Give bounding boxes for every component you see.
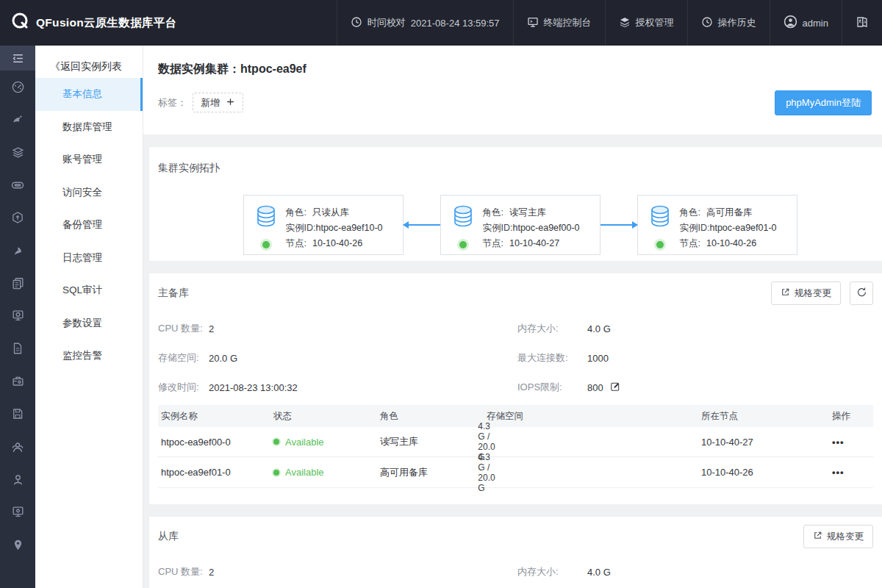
topology-title: 集群实例拓扑 [158, 162, 882, 175]
language-switch-item[interactable]: A [842, 0, 882, 46]
team-icon[interactable] [0, 431, 35, 464]
primary-section-title: 主备库 [158, 287, 189, 300]
role-value: 读写主库 [509, 207, 546, 218]
time-check-item[interactable]: 时间校对 2021-08-24 13:59:57 [337, 0, 513, 46]
layers-icon [619, 16, 631, 30]
kv-value: 4.0 G [587, 323, 611, 334]
toolbox-icon[interactable] [0, 365, 35, 398]
id-value: htpoc-ea9ef10-0 [315, 223, 382, 233]
sidebar: 《返回实例列表 基本信息 数据库管理 账号管理 访问安全 备份管理 日志管理 S… [35, 46, 143, 588]
mysql-icon[interactable] [0, 104, 35, 137]
kv-value: 2 [209, 323, 517, 334]
table-header-row: 实例名称 状态 角色 存储空间 所在节点 操作 [158, 405, 873, 427]
content-header: 数据实例集群：htpoc-ea9ef 标签： 新增 phpMyAdmin登陆 [143, 46, 882, 135]
sidebar-item-param-settings[interactable]: 参数设置 [35, 307, 143, 340]
dashboard-icon[interactable] [0, 71, 35, 104]
primary-section-card: 主备库 规格变更 CPU 数 [149, 273, 882, 504]
table-row: htpoc-ea9ef01-0 Available 高可用备库 4.3 G / … [158, 457, 873, 487]
main-content: 数据实例集群：htpoc-ea9ef 标签： 新增 phpMyAdmin登陆 集… [143, 46, 882, 588]
sidebar-item-log-manage[interactable]: 日志管理 [35, 242, 143, 275]
terminal-console-item[interactable]: 终端控制台 [513, 0, 605, 46]
cache-db-icon[interactable] [0, 169, 35, 202]
secondary-section-card: 从库 规格变更 CPU 数量: 2 内存大小: [149, 517, 882, 588]
kv-value: 2021-08-23 13:00:32 [209, 382, 517, 393]
bird-icon[interactable] [0, 234, 35, 268]
kv-value: 1000 [587, 353, 609, 364]
phpmyadmin-login-button[interactable]: phpMyAdmin登陆 [775, 90, 872, 115]
instance-node: 10-10-40-27 [701, 437, 832, 448]
role-label: 角色: [680, 207, 700, 218]
node-label: 节点: [680, 238, 700, 248]
map-pin-icon[interactable] [0, 528, 35, 562]
col-header-role: 角色 [380, 410, 487, 423]
display-icon[interactable] [0, 300, 35, 333]
qfusion-logo-icon [10, 12, 29, 34]
plus-icon [226, 97, 235, 109]
time-check-label: 时间校对 [368, 16, 406, 29]
table-row: htpoc-ea9ef00-0 Available 读写主库 4.3 G / 2… [158, 427, 873, 457]
node-label: 节点: [483, 238, 503, 248]
replication-arrow-left-icon [404, 224, 440, 226]
row-actions-icon[interactable]: ••• [832, 437, 845, 448]
page-title: 数据实例集群：htpoc-ea9ef [158, 62, 882, 77]
package-icon[interactable] [0, 201, 35, 234]
instance-name: htpoc-ea9ef00-0 [158, 437, 273, 448]
monitor-settings-icon[interactable] [0, 496, 35, 529]
add-tag-label: 新增 [201, 96, 220, 110]
sidebar-item-basic-info[interactable]: 基本信息 [35, 78, 143, 111]
node-value: 10-10-40-26 [706, 238, 756, 248]
topbar-menu: 时间校对 2021-08-24 13:59:57 终端控制台 授权管理 操作历史… [337, 0, 882, 46]
edit-iops-icon[interactable] [610, 381, 620, 394]
copy-docs-icon[interactable] [0, 267, 35, 300]
location-stand-icon[interactable] [0, 463, 35, 496]
kv-label: 内存大小: [517, 322, 587, 335]
sidebar-item-access-security[interactable]: 访问安全 [35, 176, 143, 209]
external-link-icon [813, 531, 822, 542]
refresh-button[interactable] [850, 282, 873, 305]
app-window: QFusion云原生数据库平台 时间校对 2021-08-24 13:59:57… [0, 0, 882, 588]
primary-kv-list: CPU 数量: 2 内存大小: 4.0 G 存储空间: 20.0 G 最大连接数… [158, 314, 873, 402]
replication-arrow-right-icon [600, 224, 637, 226]
role-label: 角色: [286, 207, 306, 218]
status-badge: Available [285, 437, 324, 448]
sidebar-item-database-manage[interactable]: 数据库管理 [35, 111, 143, 144]
instance-role: 高可用备库 [380, 466, 487, 479]
topology-card: 集群实例拓扑 角色:只读从库 实例ID:htpoc-ea9ef10-0 节点:1… [149, 147, 882, 261]
user-menu-item[interactable]: admin [770, 0, 842, 46]
database-icon [256, 205, 276, 230]
document-icon[interactable] [0, 332, 35, 365]
status-badge: Available [285, 467, 324, 478]
tag-row: 标签： 新增 [158, 93, 882, 112]
database-icon [650, 205, 670, 230]
sidebar-item-account-manage[interactable]: 账号管理 [35, 143, 143, 176]
sidebar-item-backup-manage[interactable]: 备份管理 [35, 209, 143, 242]
user-avatar-icon [784, 15, 797, 31]
back-to-instance-list-link[interactable]: 《返回实例列表 [35, 46, 143, 78]
kv-value: 4.0 G [587, 567, 611, 578]
id-label: 实例ID: [680, 223, 710, 233]
role-value: 高可用备库 [706, 207, 753, 218]
save-icon[interactable] [0, 398, 35, 431]
kv-value: 2 [209, 567, 517, 578]
collapse-menu-icon[interactable] [0, 46, 35, 71]
id-label: 实例ID: [286, 223, 316, 233]
spec-change-button-secondary[interactable]: 规格变更 [803, 525, 873, 548]
add-tag-button[interactable]: 新增 [193, 93, 243, 112]
node-value: 10-10-40-27 [509, 238, 559, 248]
secondary-section-title: 从库 [158, 530, 179, 543]
spec-change-button[interactable]: 规格变更 [771, 282, 841, 305]
instance-name: htpoc-ea9ef01-0 [158, 467, 273, 478]
layers-icon[interactable] [0, 136, 35, 169]
clock-icon [351, 16, 362, 30]
status-dot [273, 470, 279, 476]
sidebar-item-monitor-alert[interactable]: 监控告警 [35, 340, 143, 373]
node-status-dot [459, 241, 467, 248]
operation-history-item[interactable]: 操作历史 [687, 0, 770, 46]
sidebar-item-sql-audit[interactable]: SQL审计 [35, 274, 143, 307]
row-actions-icon[interactable]: ••• [832, 467, 845, 478]
auth-label: 授权管理 [636, 16, 674, 29]
col-header-status: 状态 [273, 410, 380, 423]
kv-label: 修改时间: [158, 381, 209, 394]
auth-manage-item[interactable]: 授权管理 [605, 0, 687, 46]
brand: QFusion云原生数据库平台 [0, 12, 176, 34]
